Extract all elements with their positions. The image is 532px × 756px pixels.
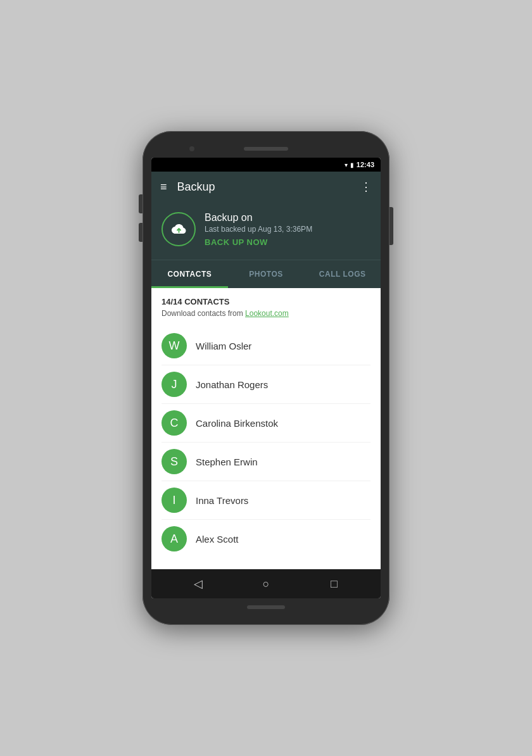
bottom-bar-indicator [247, 605, 285, 609]
volume-up-button [139, 194, 142, 213]
list-item[interactable]: I Inna Trevors [162, 481, 370, 520]
front-camera [189, 146, 194, 151]
status-time: 12:43 [357, 161, 374, 168]
tab-photos[interactable]: PHOTOS [228, 260, 305, 288]
volume-down-button [139, 223, 142, 242]
avatar: A [162, 526, 187, 551]
download-text: Download contacts from [162, 309, 245, 318]
contacts-count: 14/14 CONTACTS [162, 297, 370, 306]
cloud-upload-icon [170, 222, 187, 236]
contact-name: Stephen Erwin [196, 457, 258, 467]
avatar: C [162, 410, 187, 436]
status-bar: ▾ ▮ 12:43 [151, 158, 381, 172]
tabs: CONTACTS PHOTOS CALL LOGS [151, 260, 381, 288]
app-bar: ≡ Backup ⋮ [151, 172, 381, 202]
backup-section: Backup on Last backed up Aug 13, 3:36PM … [151, 202, 381, 260]
contact-name: Jonathan Rogers [196, 379, 268, 390]
contact-name: Carolina Birkenstok [196, 418, 278, 429]
phone-device: ▾ ▮ 12:43 ≡ Backup ⋮ Backup on L [142, 131, 390, 625]
list-item[interactable]: W William Osler [162, 327, 370, 365]
tab-call-logs[interactable]: CALL LOGS [304, 260, 381, 288]
list-item[interactable]: C Carolina Birkenstok [162, 404, 370, 443]
phone-screen: ▾ ▮ 12:43 ≡ Backup ⋮ Backup on L [151, 158, 381, 598]
phone-bottom-bar [151, 598, 381, 616]
wifi-icon: ▾ [345, 161, 348, 168]
backup-subtitle: Last backed up Aug 13, 3:36PM [205, 225, 312, 234]
tab-contacts[interactable]: CONTACTS [151, 260, 228, 288]
contact-name: William Osler [196, 341, 251, 351]
back-button[interactable]: ◁ [187, 572, 210, 595]
lookout-link[interactable]: Lookout.com [245, 309, 289, 318]
power-button [390, 207, 393, 245]
hamburger-icon[interactable]: ≡ [160, 181, 167, 192]
earpiece-speaker [244, 147, 288, 151]
more-options-icon[interactable]: ⋮ [360, 180, 372, 194]
contact-name: Inna Trevors [196, 495, 248, 506]
list-item[interactable]: J Jonathan Rogers [162, 365, 370, 404]
avatar: J [162, 372, 187, 397]
battery-icon: ▮ [350, 161, 354, 168]
avatar: I [162, 488, 187, 513]
backup-info: Backup on Last backed up Aug 13, 3:36PM … [205, 212, 312, 247]
cloud-circle [162, 212, 196, 246]
home-button[interactable]: ○ [255, 572, 277, 595]
backup-title: Backup on [205, 212, 312, 224]
recents-button[interactable]: □ [322, 572, 345, 595]
list-item[interactable]: S Stephen Erwin [162, 443, 370, 481]
bottom-nav: ◁ ○ □ [151, 569, 381, 598]
status-icons: ▾ ▮ 12:43 [345, 161, 374, 168]
app-title: Backup [177, 180, 350, 194]
phone-top-bar [151, 140, 381, 158]
backup-now-button[interactable]: BACK UP NOW [205, 237, 312, 247]
download-link-row: Download contacts from Lookout.com [162, 309, 370, 318]
content-area: 14/14 CONTACTS Download contacts from Lo… [151, 288, 381, 569]
list-item[interactable]: A Alex Scott [162, 520, 370, 558]
contact-name: Alex Scott [196, 534, 239, 545]
avatar: W [162, 333, 187, 358]
avatar: S [162, 449, 187, 474]
